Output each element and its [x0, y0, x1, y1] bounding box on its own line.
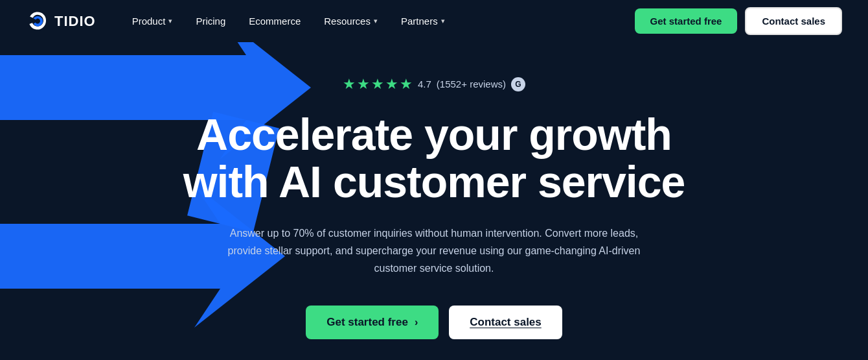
hero-get-started-button[interactable]: Get started free › — [306, 306, 439, 339]
rating-value: 4.7 — [418, 78, 431, 90]
hero-get-started-label: Get started free — [326, 316, 408, 329]
chevron-down-icon: ▾ — [168, 17, 172, 25]
arrow-right-icon: › — [415, 317, 418, 328]
chevron-down-icon-3: ▾ — [441, 17, 445, 25]
star-4: ★ — [385, 76, 398, 93]
hero-section: ★ ★ ★ ★ ★ 4.7 (1552+ reviews) G Accelera… — [0, 42, 868, 360]
nav-product-label: Product — [132, 16, 166, 27]
brand-name: TIDIO — [54, 13, 96, 30]
star-5: ★ — [400, 76, 413, 93]
hero-buttons: Get started free › Contact sales — [306, 306, 562, 339]
logo[interactable]: TIDIO — [26, 10, 96, 33]
rating-count: (1552+ reviews) — [437, 78, 506, 90]
chevron-down-icon-2: ▾ — [374, 17, 378, 25]
hero-title-line2: with AI customer service — [183, 157, 685, 206]
tidio-logo-icon — [26, 10, 49, 33]
nav-ecommerce[interactable]: Ecommerce — [238, 10, 311, 32]
hero-title-line1: Accelerate your growth — [196, 110, 672, 159]
hero-subtitle: Answer up to 70% of customer inquiries w… — [214, 224, 654, 278]
nav-contact-sales-button[interactable]: Contact sales — [745, 7, 842, 35]
navbar: TIDIO Product ▾ Pricing Ecommerce Resour… — [0, 0, 868, 42]
hero-content: ★ ★ ★ ★ ★ 4.7 (1552+ reviews) G Accelera… — [183, 76, 685, 339]
nav-pricing[interactable]: Pricing — [185, 10, 236, 32]
star-rating: ★ ★ ★ ★ ★ — [343, 76, 413, 93]
star-1: ★ — [343, 76, 356, 93]
nav-resources-label: Resources — [324, 16, 371, 27]
hero-contact-sales-button[interactable]: Contact sales — [449, 306, 562, 339]
nav-actions: Get started free Contact sales — [635, 7, 842, 35]
nav-ecommerce-label: Ecommerce — [249, 16, 301, 27]
nav-product[interactable]: Product ▾ — [122, 10, 183, 32]
nav-partners[interactable]: Partners ▾ — [391, 10, 455, 32]
nav-resources[interactable]: Resources ▾ — [314, 10, 388, 32]
hero-title: Accelerate your growth with AI customer … — [183, 111, 685, 206]
star-3: ★ — [371, 76, 384, 93]
nav-links: Product ▾ Pricing Ecommerce Resources ▾ … — [122, 10, 635, 32]
nav-get-started-button[interactable]: Get started free — [635, 8, 738, 34]
star-2: ★ — [357, 76, 370, 93]
capterra-icon: G — [511, 77, 525, 91]
nav-partners-label: Partners — [401, 16, 438, 27]
nav-pricing-label: Pricing — [196, 16, 225, 27]
rating-row: ★ ★ ★ ★ ★ 4.7 (1552+ reviews) G — [343, 76, 525, 93]
